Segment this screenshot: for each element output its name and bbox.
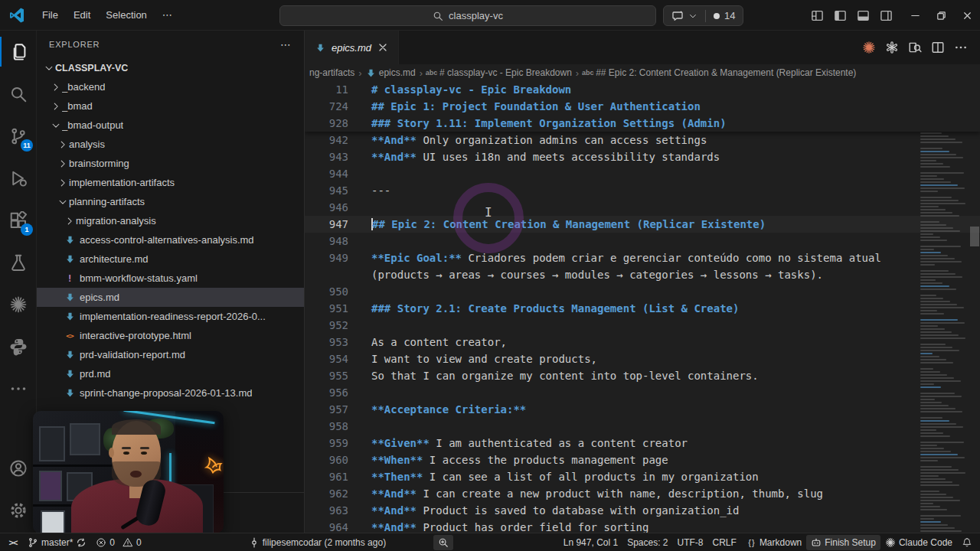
- line-content: ## Epic 2: Content Creation & Management…: [371, 216, 909, 233]
- explorer-more-actions[interactable]: ⋯: [280, 38, 292, 51]
- status-claude-code[interactable]: Claude Code: [880, 535, 957, 550]
- breadcrumb-item[interactable]: abc## Epic 2: Content Creation & Managem…: [583, 67, 856, 78]
- folder-item--backend[interactable]: _backend: [37, 77, 304, 96]
- code-line: 962**And** I can create a new product wi…: [305, 485, 980, 502]
- remote-icon: ><: [8, 537, 18, 548]
- menu-more[interactable]: ⋯: [155, 6, 179, 24]
- activity-item-settings[interactable]: [0, 489, 37, 531]
- menu-file[interactable]: File: [35, 6, 65, 24]
- folder-item--bmad[interactable]: _bmad: [37, 96, 304, 116]
- claude-icon: [9, 295, 28, 314]
- menu-selection[interactable]: Selection: [99, 6, 153, 24]
- activity-item-extensions[interactable]: 1: [0, 199, 37, 241]
- file-item-epics-md[interactable]: epics.md: [37, 288, 304, 307]
- code-line: 949**Epic Goal:** Criadores podem criar …: [305, 249, 980, 283]
- command-center-search[interactable]: classplay-vc: [279, 5, 656, 26]
- activity-item-explorer[interactable]: [0, 31, 37, 73]
- toggle-primary-sidebar-button[interactable]: [828, 0, 851, 31]
- status-cursor-position[interactable]: Ln 947, Col 1: [559, 535, 622, 550]
- activity-item-claude[interactable]: [0, 283, 37, 325]
- folder-item--bmad-output[interactable]: _bmad-output: [37, 116, 304, 135]
- vscode-logo-icon: [8, 6, 26, 24]
- close-button[interactable]: [954, 0, 980, 31]
- activity-item-testing[interactable]: [0, 241, 37, 283]
- line-number: 957: [305, 401, 348, 418]
- folder-item-migration-analysis[interactable]: migration-analysis: [37, 211, 304, 230]
- person-eye: [123, 452, 129, 455]
- activity-item-more[interactable]: [0, 367, 37, 409]
- status-notifications[interactable]: [957, 535, 977, 550]
- activity-item-python[interactable]: [0, 325, 37, 367]
- activity-item-accounts[interactable]: [0, 447, 37, 489]
- file-item-prd-md[interactable]: prd.md: [37, 364, 304, 383]
- status-label: master*: [41, 537, 73, 548]
- folder-item-classplay-vc[interactable]: CLASSPLAY-VC: [37, 58, 304, 77]
- file-item-access-control-alternatives-analysis-md[interactable]: access-control-alternatives-analysis.md: [37, 230, 304, 249]
- title-bar: FileEditSelection⋯ classplay-vc 14: [0, 0, 980, 31]
- file-item-implementation-readiness-report-2026-0-[interactable]: implementation-readiness-report-2026-0..…: [37, 307, 304, 326]
- status-finish-setup[interactable]: Finish Setup: [806, 535, 880, 550]
- toggle-secondary-sidebar-button[interactable]: [874, 0, 897, 31]
- status-problems[interactable]: 00: [91, 535, 145, 550]
- line-content: **Acceptance Criteria:**: [371, 401, 909, 418]
- customize-layout-button[interactable]: [805, 0, 828, 31]
- toggle-panel-button[interactable]: [851, 0, 874, 31]
- zoom-in-icon: [438, 537, 449, 548]
- line-number: 928: [305, 115, 348, 132]
- line-content: [371, 317, 909, 334]
- code-editor[interactable]: 11# classplay-vc - Epic Breakdown724## E…: [305, 81, 980, 533]
- breadcrumb-item[interactable]: abc# classplay-vc - Epic Breakdown: [426, 67, 572, 78]
- open-preview-action[interactable]: [908, 41, 922, 54]
- breadcrumb-item[interactable]: epics.md: [366, 67, 416, 78]
- claude-action[interactable]: [862, 41, 876, 54]
- status-zoom-indicator[interactable]: [433, 535, 453, 550]
- more-actions-action[interactable]: [954, 41, 968, 54]
- folder-item-implementation-artifacts[interactable]: implementation-artifacts: [37, 173, 304, 192]
- status-indentation[interactable]: Spaces: 2: [622, 535, 672, 550]
- folder-item-analysis[interactable]: analysis: [37, 135, 304, 154]
- status-language-mode[interactable]: { }Markdown: [741, 535, 806, 550]
- file-item-bmm-workflow-status-yaml[interactable]: !bmm-workflow-status.yaml: [37, 269, 304, 288]
- split-editor-action[interactable]: [931, 41, 945, 54]
- item-label: migration-analysis: [76, 215, 156, 227]
- file-item-sprint-change-proposal-2026-01-13-md[interactable]: sprint-change-proposal-2026-01-13.md: [37, 383, 304, 403]
- status-blame[interactable]: filipesemcodar (2 months ago): [244, 535, 390, 550]
- scrollbar-thumb[interactable]: [970, 227, 979, 246]
- item-label: _bmad: [62, 100, 93, 112]
- folder-item-planning-artifacts[interactable]: planning-artifacts: [37, 192, 304, 211]
- status-branch[interactable]: master*: [23, 535, 91, 550]
- vertical-scrollbar[interactable]: [969, 81, 980, 533]
- item-label: planning-artifacts: [69, 196, 145, 207]
- file-item-prd-validation-report-md[interactable]: prd-validation-report.md: [37, 345, 304, 364]
- chatgpt-action[interactable]: [885, 41, 899, 54]
- restore-button[interactable]: [928, 0, 954, 31]
- status-remote[interactable]: ><: [3, 535, 23, 550]
- minimize-button[interactable]: [902, 0, 928, 31]
- chevron-right-icon: [57, 139, 69, 151]
- menu-edit[interactable]: Edit: [67, 6, 97, 24]
- minimap[interactable]: [920, 81, 969, 533]
- file-item-architecture-md[interactable]: architecture.md: [37, 249, 304, 269]
- explorer-title: EXPLORER: [49, 40, 100, 49]
- folder-item-brainstorming[interactable]: brainstorming: [37, 154, 304, 173]
- braces-icon: { }: [746, 537, 756, 548]
- line-content: **And** UI uses i18n and meets accessibi…: [371, 148, 909, 165]
- sync-icon: [76, 537, 87, 548]
- code-line: 942**And** Only organization admins can …: [305, 132, 980, 148]
- copilot-chat-control[interactable]: 14: [663, 5, 743, 26]
- activity-item-run-debug[interactable]: [0, 157, 37, 199]
- status-encoding[interactable]: UTF-8: [673, 535, 708, 550]
- line-content: **Given** I am authenticated as a conten…: [371, 435, 909, 452]
- line-number: 952: [305, 317, 348, 334]
- line-content: **And** Product has order field for sort…: [371, 519, 909, 533]
- breadcrumb-label: # classplay-vc - Epic Breakdown: [439, 67, 572, 78]
- activity-item-source-control[interactable]: 11: [0, 115, 37, 157]
- status-eol[interactable]: CRLF: [708, 535, 741, 550]
- sticky-scroll: 11# classplay-vc - Epic Breakdown724## E…: [305, 81, 980, 132]
- tab-epics-md[interactable]: epics.md: [305, 31, 399, 64]
- activity-item-search[interactable]: [0, 73, 37, 115]
- breadcrumb-item[interactable]: ng-artifacts: [309, 67, 354, 78]
- close-icon[interactable]: [377, 41, 389, 54]
- file-item-interactive-prototype-html[interactable]: <>interactive-prototype.html: [37, 326, 304, 345]
- line-content: **And** Product is saved to database wit…: [371, 502, 909, 519]
